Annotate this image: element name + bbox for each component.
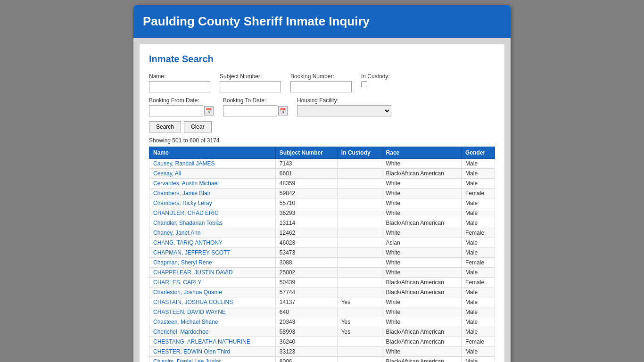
cell-subject: 33123	[275, 347, 337, 357]
cell-gender: Male	[462, 179, 495, 189]
cell-name: Chandler, Shadarian Tobias	[149, 218, 276, 228]
cell-gender: Male	[462, 357, 495, 362]
cell-name: Ceesay, Ali	[149, 169, 276, 179]
cell-name: Chambers, Jamie Blair	[149, 189, 276, 198]
booking-from-calendar-icon[interactable]: 📅	[204, 106, 214, 115]
col-header-custody: In Custody	[337, 147, 382, 159]
results-info: Showing 501 to 600 of 3174	[149, 137, 495, 144]
cell-subject: 57744	[275, 288, 337, 297]
cell-name: Cherichel, Mardochee	[149, 327, 276, 337]
cell-subject: 55710	[275, 198, 337, 208]
booking-to-label: Booking To Date:	[223, 97, 288, 104]
cell-gender: Female	[462, 228, 495, 238]
inmate-link[interactable]: Chandler, Shadarian Tobias	[153, 220, 223, 226]
inmate-link[interactable]: CHANDLER, CHAD ERIC	[153, 210, 219, 216]
inmate-link[interactable]: CHESTANG, ARLEATHA NATHURINE	[153, 338, 250, 345]
cell-subject: 58993	[275, 327, 337, 337]
custody-checkbox[interactable]	[361, 81, 367, 87]
cell-subject: 640	[275, 307, 337, 317]
cell-gender: Male	[462, 347, 495, 357]
inmate-link[interactable]: CHARLES, CARLY	[153, 279, 201, 286]
inmate-link[interactable]: Ceesay, Ali	[153, 170, 181, 177]
cell-custody	[337, 248, 382, 258]
cell-custody	[337, 307, 382, 317]
inmate-link[interactable]: Chapman, Sheryl Rene	[153, 259, 212, 266]
inmate-link[interactable]: CHASTAIN, JOSHUA COLLINS	[153, 299, 233, 305]
inmate-link[interactable]: CHESTER, EDWIN Olen Third	[153, 348, 230, 355]
inmate-link[interactable]: Chambers, Jamie Blair	[153, 190, 210, 197]
cell-race: White	[382, 198, 462, 208]
cell-race: Black/African American	[382, 288, 462, 297]
inmate-link[interactable]: Cervantes, Austin Michael	[153, 180, 219, 187]
cell-race: White	[382, 248, 462, 258]
cell-name: Charleston, Joshua Quante	[149, 288, 276, 297]
cell-gender: Female	[462, 337, 495, 347]
cell-race: Asian	[382, 238, 462, 248]
cell-name: Chisolm, Daniel Lee Junior	[149, 357, 276, 362]
cell-race: White	[382, 297, 462, 307]
cell-custody	[337, 189, 382, 198]
table-row: CHESTANG, ARLEATHA NATHURINE36240Black/A…	[149, 337, 495, 347]
cell-subject: 13114	[275, 218, 337, 228]
cell-subject: 8006	[275, 357, 337, 362]
cell-subject: 12462	[275, 228, 337, 238]
inmate-link[interactable]: Chasteen, Michael Shane	[153, 319, 218, 325]
cell-race: White	[382, 179, 462, 189]
cell-custody	[337, 238, 382, 248]
cell-subject: 50439	[275, 278, 337, 288]
cell-race: White	[382, 268, 462, 278]
clear-button[interactable]: Clear	[184, 121, 212, 132]
search-button[interactable]: Search	[149, 121, 181, 132]
subject-label: Subject Number:	[220, 73, 281, 80]
cell-name: Chaney, Janet Ann	[149, 228, 276, 238]
cell-gender: Female	[462, 278, 495, 288]
cell-subject: 14137	[275, 297, 337, 307]
cell-race: White	[382, 317, 462, 327]
inmate-link[interactable]: CHANG, TARIQ ANTHONY	[153, 239, 223, 246]
table-row: CHAPMAN, JEFFREY SCOTT53473WhiteMale	[149, 248, 495, 258]
cell-gender: Male	[462, 307, 495, 317]
name-input[interactable]	[149, 81, 210, 92]
cell-custody	[337, 198, 382, 208]
cell-name: Chasteen, Michael Shane	[149, 317, 276, 327]
inmate-link[interactable]: Cherichel, Mardochee	[153, 329, 208, 335]
cell-gender: Male	[462, 169, 495, 179]
cell-name: CHANDLER, CHAD ERIC	[149, 208, 276, 218]
booking-input[interactable]	[290, 81, 352, 92]
cell-gender: Male	[462, 288, 495, 297]
inmate-link[interactable]: CHAPMAN, JEFFREY SCOTT	[153, 249, 231, 256]
results-table: Name Subject Number In Custody Race Gend…	[149, 147, 495, 362]
inmate-link[interactable]: Causey, Randall JAMES	[153, 160, 215, 167]
cell-gender: Male	[462, 317, 495, 327]
col-header-gender: Gender	[462, 147, 495, 159]
inmate-link[interactable]: Charleston, Joshua Quante	[153, 289, 222, 296]
cell-race: Black/African American	[382, 357, 462, 362]
table-row: CHARLES, CARLY50439Black/African America…	[149, 278, 495, 288]
cell-custody	[337, 228, 382, 238]
cell-name: Cervantes, Austin Michael	[149, 179, 276, 189]
cell-custody	[337, 159, 382, 169]
housing-select[interactable]	[297, 105, 391, 116]
inmate-link[interactable]: Chaney, Janet Ann	[153, 230, 201, 236]
inmate-link[interactable]: Chisolm, Daniel Lee Junior	[153, 358, 221, 362]
inmate-link[interactable]: CHASTEEN, DAVID WAYNE	[153, 309, 226, 315]
table-row: Charleston, Joshua Quante57744Black/Afri…	[149, 288, 495, 297]
cell-gender: Female	[462, 258, 495, 268]
inmate-link[interactable]: Chambers, Ricky Leray	[153, 200, 212, 206]
cell-custody: Yes	[337, 317, 382, 327]
cell-name: Chapman, Sheryl Rene	[149, 258, 276, 268]
cell-gender: Male	[462, 268, 495, 278]
name-label: Name:	[149, 73, 210, 80]
table-row: CHANDLER, CHAD ERIC36293WhiteMale	[149, 208, 495, 218]
inmate-link[interactable]: CHAPPELEAR, JUSTIN DAVID	[153, 269, 232, 276]
booking-to-input[interactable]	[223, 105, 277, 116]
booking-label: Booking Number:	[290, 73, 352, 80]
table-row: Causey, Randall JAMES7143WhiteMale	[149, 159, 495, 169]
booking-from-input[interactable]	[149, 105, 203, 116]
subject-input[interactable]	[220, 81, 281, 92]
cell-gender: Male	[462, 238, 495, 248]
booking-to-calendar-icon[interactable]: 📅	[278, 106, 288, 115]
table-row: CHESTER, EDWIN Olen Third33123WhiteMale	[149, 347, 495, 357]
cell-custody: Yes	[337, 297, 382, 307]
cell-subject: 36293	[275, 208, 337, 218]
